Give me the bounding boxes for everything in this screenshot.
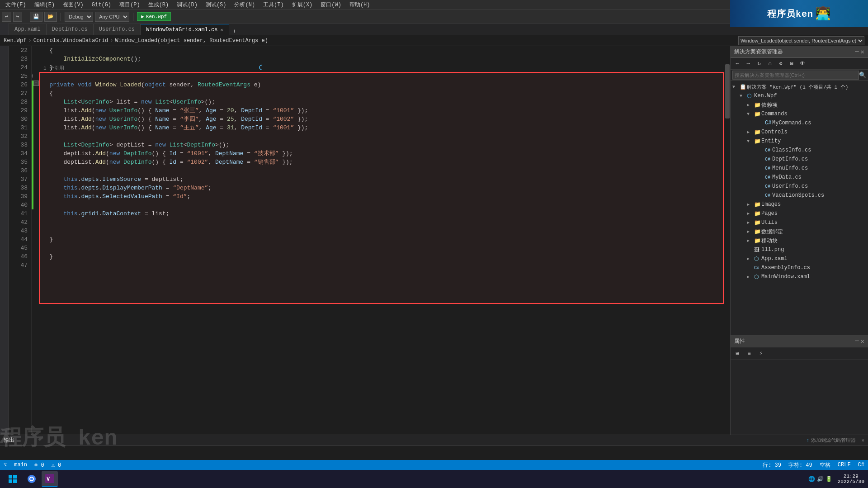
tree-item-solution[interactable]: ▼ 📋 解决方案 "Ken.Wpf" (1 个项目/共 1 个) xyxy=(731,82,868,91)
tree-item-mydata[interactable]: ▶ C# MyData.cs xyxy=(731,173,868,182)
tree-item-userinfo[interactable]: ▶ C# UserInfo.cs xyxy=(731,182,868,191)
refresh-button[interactable]: ↻ xyxy=(754,59,764,69)
dependencies-label: 依赖项 xyxy=(761,101,778,109)
start-button[interactable] xyxy=(4,471,22,487)
tree-item-mainwindow[interactable]: ▶ ⬡ MainWindow.xaml xyxy=(731,272,868,281)
show-all-button[interactable]: 👁 xyxy=(797,59,807,69)
vertical-scrollbar[interactable] xyxy=(724,46,730,435)
tab-windowdatagrid[interactable]: WindowDataGrid.xaml.cs ✕ xyxy=(141,24,229,35)
run-button[interactable]: ▶ Ken.Wpf xyxy=(137,12,171,21)
menuinfo-label: MenuInfo.cs xyxy=(772,165,808,171)
tree-arrow-utils: ▶ xyxy=(747,220,754,225)
tree-item-mycommand[interactable]: ▶ C# MyCommand.cs xyxy=(731,118,868,128)
tree-item-vacationspots[interactable]: ▶ C# VacationSpots.cs xyxy=(731,191,868,200)
forward-button[interactable]: → xyxy=(743,59,753,69)
tree-arrow-solution: ▼ xyxy=(732,85,740,90)
panel-minimize-icon[interactable]: ─ xyxy=(855,48,859,56)
tree-item-controls[interactable]: ▶ 📁 Controls xyxy=(731,128,868,137)
menu-window[interactable]: 窗口(W) xyxy=(317,0,345,9)
code-line-26: 1 个引用 private void Window_Loaded(object … xyxy=(35,81,724,89)
props-category-button[interactable]: ≡ xyxy=(744,349,754,359)
encoding-indicator: CRLF xyxy=(838,462,851,468)
menu-file[interactable]: 文件(F) xyxy=(2,0,30,9)
redo-button[interactable]: ↪ xyxy=(13,12,23,22)
code-line-27: { xyxy=(35,89,724,98)
tree-item-assemblyinfo[interactable]: ▶ C# AssemblyInfo.cs xyxy=(731,263,868,272)
solution-search-input[interactable] xyxy=(732,71,859,80)
taskbar-vs-button[interactable]: V xyxy=(42,471,58,487)
back-button[interactable]: ← xyxy=(732,59,742,69)
code-line-43 xyxy=(35,227,724,235)
tree-arrow-pages: ▶ xyxy=(747,211,754,216)
menu-analyze[interactable]: 分析(N) xyxy=(231,0,259,9)
svg-rect-3 xyxy=(9,479,12,483)
git-branch-icon: ⌥ xyxy=(4,462,7,469)
tab-userinfo-cs[interactable]: UserInfo.cs xyxy=(94,24,141,35)
tree-item-utils[interactable]: ▶ 📁 Utils xyxy=(731,218,868,227)
scroll-thumb[interactable] xyxy=(725,64,730,118)
menu-git[interactable]: Git(G) xyxy=(88,1,115,9)
menu-debug[interactable]: 调试(D) xyxy=(173,0,201,9)
tab-deptinfo-cs[interactable]: DeptInfo.cs xyxy=(47,24,94,35)
menu-edit[interactable]: 编辑(E) xyxy=(31,0,59,9)
menu-help[interactable]: 帮助(H) xyxy=(346,0,374,9)
right-panel: 解决方案资源管理器 ─ ✕ ← → ↻ ⌂ ⚙ ⊟ 👁 🔍 xyxy=(730,46,868,435)
tree-arrow-project: ▼ xyxy=(740,94,747,99)
menu-project[interactable]: 项目(P) xyxy=(116,0,144,9)
solution-tree: ▼ 📋 解决方案 "Ken.Wpf" (1 个项目/共 1 个) ▼ ⬡ Ken… xyxy=(731,81,868,335)
undo-button[interactable]: ↩ xyxy=(2,12,11,22)
tree-arrow-deps: ▶ xyxy=(747,102,754,108)
filter-button[interactable]: ⚙ xyxy=(776,59,786,69)
output-close-button[interactable]: ✕ xyxy=(861,437,864,443)
tree-item-dependencies[interactable]: ▶ 📁 依赖项 xyxy=(731,100,868,109)
properties-minimize-icon[interactable]: ─ xyxy=(855,337,859,345)
tree-item-images[interactable]: ▶ 📁 Images xyxy=(731,200,868,209)
code-line-28: List<UserInfo> list = new List<UserInfo>… xyxy=(35,98,724,106)
open-button[interactable]: 📂 xyxy=(44,12,57,22)
line-numbers: 22 23 24 25 26 27 28 29 30 31 32 33 34 3… xyxy=(9,46,32,435)
tree-item-commands[interactable]: ▼ 📁 Commands xyxy=(731,109,868,118)
collapse-toggle[interactable]: − xyxy=(33,81,39,86)
add-to-source-control-button[interactable]: ↑ xyxy=(807,438,810,443)
debug-config-select[interactable]: Debug xyxy=(65,12,93,22)
properties-panel: 属性 ─ ✕ ⊞ ≡ ⚡ xyxy=(731,335,868,435)
code-area[interactable]: 22 23 24 25 26 27 28 29 30 31 32 33 34 3… xyxy=(9,46,730,435)
taskbar-system-icons: 🌐 🔊 🔋 xyxy=(805,476,836,483)
platform-select[interactable]: Any CPU xyxy=(95,12,129,22)
tree-arrow-mainwindow: ▶ xyxy=(747,274,754,280)
menu-build[interactable]: 生成(B) xyxy=(145,0,173,9)
menu-tools[interactable]: 工具(T) xyxy=(259,0,288,9)
code-content[interactable]: { InitializeComponent(); xyxy=(32,46,724,435)
new-tab-button[interactable]: + xyxy=(230,28,239,35)
mainwindow-icon: ⬡ xyxy=(754,274,761,280)
tab-app-xaml[interactable]: App.xaml xyxy=(9,24,47,35)
tree-item-deptinfo[interactable]: ▶ C# DeptInfo.cs xyxy=(731,155,868,164)
tree-item-mobile[interactable]: ▶ 📁 移动块 xyxy=(731,236,868,245)
save-button[interactable]: 💾 xyxy=(30,12,42,22)
props-sort-button[interactable]: ⚡ xyxy=(756,349,766,359)
collapse-all-button[interactable]: ⊟ xyxy=(787,59,797,69)
tab-windowdatagrid-label: WindowDataGrid.xaml.cs xyxy=(146,27,217,33)
tree-item-project[interactable]: ▼ ⬡ Ken.Wpf xyxy=(731,91,868,100)
home-button[interactable]: ⌂ xyxy=(765,59,775,69)
menu-test[interactable]: 测试(S) xyxy=(202,0,230,9)
tab-close-icon[interactable]: ✕ xyxy=(220,27,223,33)
tree-item-image-file[interactable]: ▶ 🖼 111.png xyxy=(731,245,868,254)
properties-close-icon[interactable]: ✕ xyxy=(861,337,864,345)
tree-item-app-xaml[interactable]: ▶ ⬡ App.xaml xyxy=(731,254,868,263)
toolbar-sep-1 xyxy=(26,13,26,21)
volume-icon: 🔊 xyxy=(817,476,824,483)
tree-item-data-binding[interactable]: ▶ 📁 数据绑定 xyxy=(731,227,868,236)
method-selector[interactable]: Window_Loaded(object sender, RoutedEvent… xyxy=(738,36,864,45)
taskbar-browser-button[interactable] xyxy=(24,471,40,487)
tree-item-entity[interactable]: ▼ 📁 Entity xyxy=(731,137,868,146)
tree-item-menuinfo[interactable]: ▶ C# MenuInfo.cs xyxy=(731,164,868,173)
props-grid-view-button[interactable]: ⊞ xyxy=(732,349,742,359)
menu-view[interactable]: 视图(V) xyxy=(59,0,87,9)
menu-extensions[interactable]: 扩展(X) xyxy=(288,0,316,9)
svg-rect-1 xyxy=(9,475,12,479)
panel-close-icon[interactable]: ✕ xyxy=(861,48,864,56)
tree-item-classinfo[interactable]: ▶ C# ClassInfo.cs xyxy=(731,146,868,155)
solution-explorer-search[interactable]: 🔍 xyxy=(731,70,868,81)
tree-item-pages[interactable]: ▶ 📁 Pages xyxy=(731,209,868,218)
